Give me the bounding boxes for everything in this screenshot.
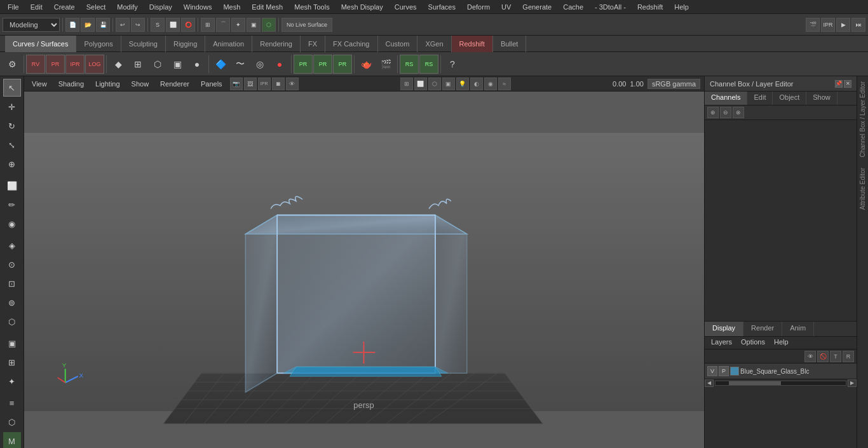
menu-cache[interactable]: Cache <box>558 2 588 12</box>
le-scrollbar-h[interactable]: ◀ ▶ <box>705 379 857 386</box>
shelf-icon-grid[interactable]: ⊞ <box>128 55 147 74</box>
snap-curve-btn[interactable]: ⌒ <box>216 18 230 32</box>
shelf-icon-settings[interactable]: ⚙ <box>3 55 22 74</box>
grid-tool[interactable]: ⊞ <box>3 353 21 371</box>
le-icon-template-all[interactable]: T <box>830 351 841 362</box>
vp-shadow-icon[interactable]: ◐ <box>470 78 483 90</box>
snap-point-tool[interactable]: ◈ <box>3 236 21 254</box>
cb-icon-1[interactable]: ⊕ <box>707 107 719 118</box>
tab-bullet[interactable]: Bullet <box>493 36 527 52</box>
shelf-dropdown[interactable]: Modeling <box>3 18 60 32</box>
vp-motion-icon[interactable]: ≈ <box>498 78 511 90</box>
render-seq-btn[interactable]: ⏭ <box>851 18 865 32</box>
vp-smooth-icon[interactable]: ⬡ <box>428 78 441 90</box>
menu-generate[interactable]: Generate <box>517 2 557 12</box>
vp-menu-lighting[interactable]: Lighting <box>92 80 124 88</box>
snap-view-btn[interactable]: ▣ <box>247 18 261 32</box>
shelf-icon-question[interactable]: ? <box>443 55 462 74</box>
ch-tab-channels[interactable]: Channels <box>705 92 747 105</box>
menu-select[interactable]: Select <box>81 2 111 12</box>
shelf-icon-box[interactable]: 🔷 <box>211 55 230 74</box>
vp-menu-view[interactable]: View <box>28 80 51 88</box>
shelf-icon-log[interactable]: LOG <box>85 55 104 74</box>
lasso-tool[interactable]: ⬜ <box>3 177 21 194</box>
menu-display[interactable]: Display <box>144 2 177 12</box>
track-tool[interactable]: ⊡ <box>3 275 21 292</box>
region-tool[interactable]: ▣ <box>3 334 21 352</box>
menu-modify[interactable]: Modify <box>112 2 142 12</box>
pivot-tool[interactable]: ⊙ <box>3 255 21 273</box>
menu-edit-mesh[interactable]: Edit Mesh <box>247 2 288 12</box>
menu-mesh-display[interactable]: Mesh Display <box>336 2 388 12</box>
menu-edit[interactable]: Edit <box>25 2 48 12</box>
vp-ao-icon[interactable]: ◉ <box>484 78 497 90</box>
tab-custom[interactable]: Custom <box>378 36 418 52</box>
vp-wire-icon[interactable]: ⬜ <box>414 78 427 90</box>
ipr-btn[interactable]: IPR <box>821 18 835 32</box>
shelf-icon-rs2[interactable]: RS <box>419 55 438 74</box>
select-tool[interactable]: ↖ <box>3 79 21 97</box>
shelf-icon-ipr[interactable]: IPR <box>65 55 85 74</box>
shelf-icon-cube[interactable]: ▣ <box>168 55 187 74</box>
paint-tool[interactable]: ✏ <box>3 196 21 214</box>
le-scroll-right[interactable]: ▶ <box>848 379 857 387</box>
vp-menu-show[interactable]: Show <box>128 80 153 88</box>
layer-playback-toggle[interactable]: P <box>719 366 729 376</box>
vp-menu-shading[interactable]: Shading <box>55 80 88 88</box>
le-icon-vis-all[interactable]: 👁 <box>804 351 816 362</box>
menu-help[interactable]: Help <box>669 2 694 12</box>
undo-btn[interactable]: ↩ <box>116 18 130 32</box>
le-tab-render[interactable]: Render <box>743 322 782 336</box>
select-by-name-btn[interactable]: S <box>151 18 165 32</box>
shelf-icon-torus[interactable]: ◎ <box>250 55 269 74</box>
cb-pin-btn[interactable]: 📌 <box>835 80 843 88</box>
tab-curves-surfaces[interactable]: Curves / Surfaces <box>5 36 76 52</box>
shelf-icon-diamond[interactable]: ◆ <box>109 55 128 74</box>
le-icon-hide-all[interactable]: 🚫 <box>817 351 829 362</box>
universal-tool[interactable]: ⊕ <box>3 155 21 173</box>
menu-curves[interactable]: Curves <box>390 2 422 12</box>
ch-tab-object[interactable]: Object <box>773 92 806 105</box>
le-scroll-left[interactable]: ◀ <box>705 379 714 387</box>
vp-show-icon[interactable]: 👁 <box>286 78 299 90</box>
menu-file[interactable]: File <box>3 2 24 12</box>
shelf-icon-film[interactable]: 🎬 <box>376 55 395 74</box>
new-scene-btn[interactable]: 📄 <box>65 18 79 32</box>
vp-menu-renderer[interactable]: Renderer <box>156 80 193 88</box>
scale-tool[interactable]: ⤡ <box>3 136 21 154</box>
tab-rendering[interactable]: Rendering <box>252 36 301 52</box>
menu-create[interactable]: Create <box>49 2 80 12</box>
tab-xgen[interactable]: XGen <box>417 36 451 52</box>
menu-uv[interactable]: UV <box>496 2 516 12</box>
no-live-surface-btn[interactable]: No Live Surface <box>281 18 332 32</box>
move-tool[interactable]: ✛ <box>3 98 21 116</box>
vp-grid-icon[interactable]: ⊞ <box>400 78 413 90</box>
rotate-tool[interactable]: ↻ <box>3 117 21 135</box>
cb-close-btn[interactable]: ✕ <box>844 80 851 88</box>
maya-icon[interactable]: M <box>3 432 21 448</box>
snap-grid-btn[interactable]: ⊞ <box>201 18 215 32</box>
shelf-icon-sphere[interactable]: ● <box>187 55 207 74</box>
redo-btn[interactable]: ↪ <box>131 18 145 32</box>
open-scene-btn[interactable]: 📂 <box>81 18 95 32</box>
edge-tab-channel-box[interactable]: Channel Box / Layer Editor <box>858 76 867 163</box>
save-scene-btn[interactable]: 💾 <box>96 18 110 32</box>
shelf-icon-tea[interactable]: 🫖 <box>356 55 376 74</box>
vp-gamma-selector[interactable]: sRGB gamma <box>648 79 700 89</box>
vp-ipr-icon[interactable]: IPR <box>258 78 271 90</box>
menu-mesh[interactable]: Mesh <box>218 2 245 12</box>
vp-cam-icon[interactable]: 📷 <box>230 78 243 90</box>
ch-tab-edit[interactable]: Edit <box>747 92 773 105</box>
viewport[interactable]: View Shading Lighting Show Renderer Pane… <box>24 76 704 448</box>
le-scroll-track[interactable] <box>715 381 846 386</box>
vp-seq-icon[interactable]: ⏹ <box>272 78 285 90</box>
multi-tool[interactable]: ✦ <box>3 372 21 390</box>
shelf-icon-rv[interactable]: RV <box>26 55 45 74</box>
vp-light-icon[interactable]: 💡 <box>456 78 469 90</box>
menu-windows[interactable]: Windows <box>179 2 217 12</box>
cb-icon-3[interactable]: ⊗ <box>733 107 744 118</box>
tab-animation[interactable]: Animation <box>205 36 252 52</box>
le-menu-options[interactable]: Options <box>737 337 769 349</box>
viewport-scene[interactable]: X Y persp <box>24 92 704 448</box>
shelf-icon-pr3[interactable]: PR <box>313 55 332 74</box>
